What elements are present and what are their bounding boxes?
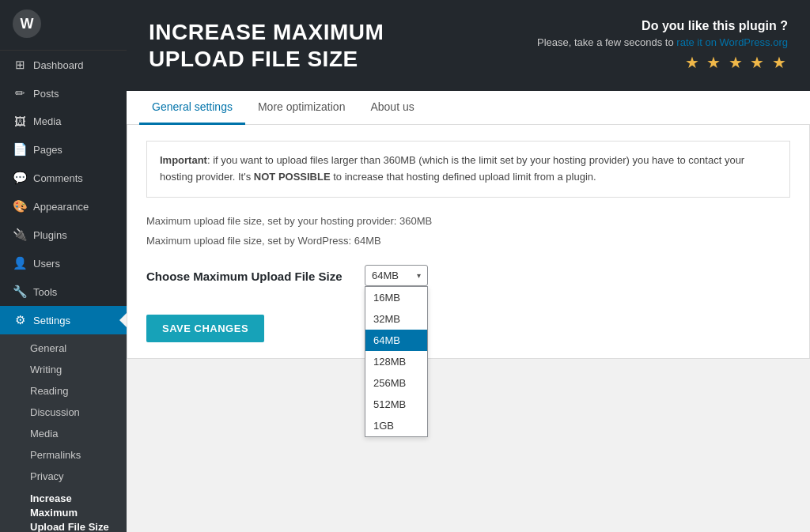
notice-bold-prefix: Important (160, 154, 207, 166)
promo-question: Do you like this plugin ? (537, 19, 788, 33)
choose-label: Choose Maximum Upload File Size (146, 265, 352, 283)
sidebar-item-settings[interactable]: ⚙ Settings (0, 306, 127, 334)
notice-box: Important: if you want to upload files l… (146, 141, 790, 198)
info-line-1: Maximum upload file size, set by your ho… (146, 213, 790, 230)
sidebar-item-tools[interactable]: 🔧 Tools (0, 277, 127, 306)
sidebar-item-pages[interactable]: 📄 Pages (0, 135, 127, 164)
sidebar-item-comments[interactable]: 💬 Comments (0, 164, 127, 192)
settings-icon: ⚙ (13, 313, 27, 327)
plugins-icon: 🔌 (13, 228, 27, 242)
save-changes-button[interactable]: SAVE CHANGES (146, 315, 264, 342)
notice-bold-middle: NOT POSSIBLE (254, 171, 331, 183)
sidebar-item-label: Media (33, 115, 61, 127)
sidebar-logo: W (0, 0, 127, 51)
sidebar-item-label: Dashboard (33, 59, 84, 71)
file-size-dropdown-list: 16MB 32MB 64MB 128MB 256MB 512MB 1GB (365, 286, 428, 437)
plugin-title: INCREASE MAXIMUM UPLOAD FILE SIZE (149, 19, 384, 72)
option-64mb[interactable]: 64MB (365, 330, 427, 351)
option-128mb[interactable]: 128MB (365, 351, 427, 372)
file-size-dropdown-trigger[interactable]: 64MB ▾ (365, 265, 428, 286)
sidebar-item-label: Plugins (33, 229, 67, 241)
sidebar-item-dashboard[interactable]: ⊞ Dashboard (0, 51, 127, 79)
sidebar-item-label: Pages (33, 144, 62, 156)
sidebar-item-appearance[interactable]: 🎨 Appearance (0, 192, 127, 221)
dropdown-current-value: 64MB (372, 270, 399, 281)
main-content: INCREASE MAXIMUM UPLOAD FILE SIZE Do you… (127, 0, 810, 532)
tools-icon: 🔧 (13, 285, 27, 299)
sidebar-item-plugins[interactable]: 🔌 Plugins (0, 221, 127, 249)
pages-icon: 📄 (13, 142, 27, 157)
media-icon: 🖼 (13, 115, 27, 128)
tab-more-optimization[interactable]: More optimization (245, 91, 358, 125)
submenu-item-permalinks[interactable]: Permalinks (0, 444, 127, 466)
sidebar-item-posts[interactable]: ✏ Posts (0, 79, 127, 108)
appearance-icon: 🎨 (13, 199, 27, 213)
comments-icon: 💬 (13, 171, 27, 185)
settings-submenu: General Writing Reading Discussion Media… (0, 334, 127, 532)
option-256mb[interactable]: 256MB (365, 372, 427, 394)
plugin-header-title: INCREASE MAXIMUM UPLOAD FILE SIZE (149, 19, 384, 72)
choose-upload-size-row: Choose Maximum Upload File Size 64MB ▾ 1… (146, 265, 790, 286)
posts-icon: ✏ (13, 86, 27, 100)
option-1gb[interactable]: 1GB (365, 415, 427, 436)
sidebar-item-users[interactable]: 👤 Users (0, 249, 127, 277)
submenu-item-discussion[interactable]: Discussion (0, 402, 127, 423)
file-size-dropdown-wrapper: 64MB ▾ 16MB 32MB 64MB 128MB 256MB 512MB … (365, 265, 428, 286)
rate-link[interactable]: rate it on WordPress.org (676, 36, 788, 48)
sidebar-item-label: Tools (33, 286, 57, 298)
plugin-header: INCREASE MAXIMUM UPLOAD FILE SIZE Do you… (127, 0, 810, 91)
sidebar-item-label: Comments (33, 172, 83, 184)
tab-bar: General settings More optimization About… (127, 91, 810, 125)
sidebar-item-label: Settings (33, 315, 70, 326)
sidebar-item-label: Users (33, 258, 60, 270)
submenu-item-privacy[interactable]: Privacy (0, 466, 127, 487)
settings-panel: Important: if you want to upload files l… (127, 125, 810, 359)
submenu-item-plugin[interactable]: Increase Maximum Upload File Size (0, 487, 127, 532)
promo-rate-text: Please, take a few seconds to rate it on… (537, 36, 788, 48)
option-512mb[interactable]: 512MB (365, 394, 427, 415)
users-icon: 👤 (13, 256, 27, 270)
option-32mb[interactable]: 32MB (365, 308, 427, 330)
sidebar-item-media[interactable]: 🖼 Media (0, 108, 127, 135)
chevron-down-icon: ▾ (417, 271, 421, 280)
tab-about-us[interactable]: About us (358, 91, 426, 125)
submenu-item-writing[interactable]: Writing (0, 359, 127, 380)
submenu-item-media[interactable]: Media (0, 423, 127, 444)
submenu-item-general[interactable]: General (0, 338, 127, 359)
sidebar-item-label: Appearance (33, 201, 89, 213)
star-rating: ★ ★ ★ ★ ★ (537, 53, 788, 72)
sidebar-item-label: Posts (33, 88, 59, 100)
plugin-promo: Do you like this plugin ? Please, take a… (537, 19, 788, 72)
option-16mb[interactable]: 16MB (365, 287, 427, 308)
wp-logo-icon: W (13, 9, 41, 38)
svg-text:W: W (21, 16, 34, 32)
dashboard-icon: ⊞ (13, 58, 27, 72)
tab-general-settings[interactable]: General settings (139, 91, 245, 125)
sidebar: W ⊞ Dashboard ✏ Posts 🖼 Media 📄 Pages 💬 … (0, 0, 127, 532)
submenu-item-reading[interactable]: Reading (0, 380, 127, 402)
notice-text-end: to increase that hosting defined upload … (331, 171, 596, 183)
info-line-2: Maximum upload file size, set by WordPre… (146, 233, 790, 250)
